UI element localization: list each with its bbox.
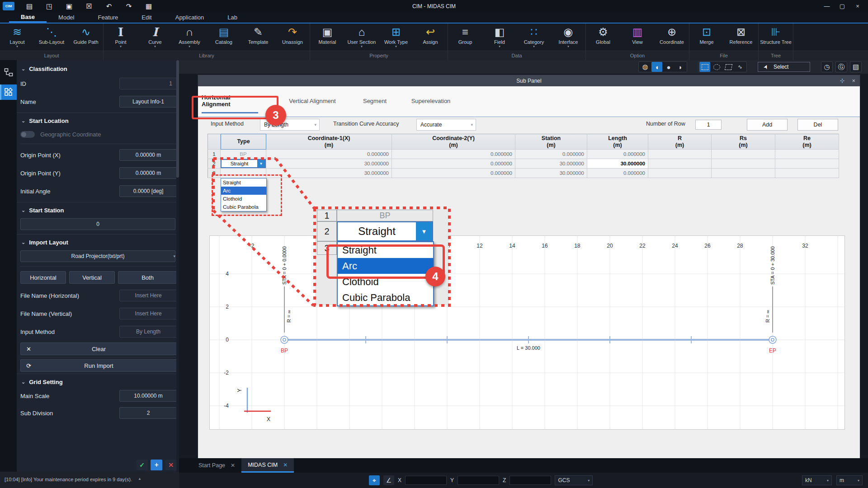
geographic-coordinate-toggle[interactable] [20,131,35,138]
select-polygon-icon[interactable] [723,62,734,72]
value-cell[interactable] [712,150,775,159]
tab-horizontal-alignment[interactable]: Horizontal Alignment [202,86,260,115]
coord-input-z[interactable] [509,476,551,485]
menu-model[interactable]: Model [47,12,86,23]
ribbon-item-reference[interactable]: ⊠Reference [724,23,758,51]
menu-application[interactable]: Application [164,12,216,23]
type-cell[interactable]: Straight▼ [221,159,266,169]
type-cell[interactable] [221,169,266,178]
value-cell[interactable] [648,159,712,169]
length-unit-select[interactable]: m▾ [836,475,863,485]
globe-auto-icon[interactable]: ◍ [640,62,651,72]
ribbon-item-assign[interactable]: ↩Assign [413,23,448,51]
origin-x-field[interactable]: 0.00000 m [119,149,177,161]
value-cell[interactable]: 0.000000 [392,159,515,169]
menu-lab[interactable]: Lab [216,12,249,23]
id-field[interactable]: 1 [119,78,177,89]
column-header-re[interactable]: Re(m) [775,134,839,150]
force-unit-select[interactable]: kN▾ [802,475,832,485]
ribbon-item-point[interactable]: IPoint▾ [104,23,138,51]
coord-input-y[interactable] [458,476,499,485]
main-scale-field[interactable]: 10.00000 m [119,390,177,402]
layout-panel-icon[interactable] [0,84,17,100]
doc-tab-midas-cim[interactable]: MIDAS CIM✕ [241,458,294,473]
doc-tab-start-page[interactable]: Start Page✕ [192,458,241,473]
value-cell[interactable]: 30.000000 [515,169,587,178]
type-combo-zoomed[interactable]: Straight▼ [337,221,433,241]
value-cell[interactable]: 0.000000 [266,150,392,159]
sub-division-field[interactable]: 2 [119,407,177,419]
open-folder-icon[interactable]: ◳ [44,2,54,10]
add-button[interactable]: ＋ [151,460,162,470]
vertical-button[interactable]: Vertical [69,271,115,284]
ribbon-item-coordinate[interactable]: ⊕Coordinate [655,23,689,51]
new-document-icon[interactable]: ▤ [24,2,34,10]
maximize-button[interactable]: ▢ [835,0,850,12]
shade-wire-icon[interactable]: ◗ [675,62,686,72]
type-cell[interactable]: BP [221,150,266,159]
start-station-field[interactable]: 0 [20,218,175,230]
select-circle-icon[interactable] [711,62,722,72]
input-method-select[interactable]: By Length [119,326,177,338]
value-cell[interactable] [712,169,775,178]
select-rect-icon[interactable] [699,62,710,72]
add-row-button[interactable]: Add [747,119,788,131]
ribbon-item-field[interactable]: ◧Field▾ [482,23,517,51]
type-combo[interactable]: Straight▼ [221,159,266,168]
snap-angle-icon[interactable]: ∠ [383,475,394,485]
select-freeform-icon[interactable]: ∿ [735,62,745,72]
column-header-type[interactable]: Type [221,134,266,150]
value-cell[interactable] [712,159,775,169]
value-cell[interactable]: 0.000000 [587,169,648,178]
section-classification[interactable]: ⌄Classification [17,63,179,75]
ribbon-item-merge[interactable]: ⊡Merge [689,23,724,51]
section-grid-setting[interactable]: ⌄Grid Setting [17,376,179,388]
ribbon-item-curve[interactable]: ICurve▾ [138,23,172,51]
column-header-coordinate-2(y)[interactable]: Coordinate-2(Y)(m) [392,134,515,150]
column-header-rs[interactable]: Rs(m) [712,134,775,150]
view-cube-icon[interactable]: ▧ [850,61,862,72]
tab-vertical-alignment[interactable]: Vertical Alignment [285,86,340,115]
row-number[interactable]: 2 [208,159,221,169]
shade-solid-icon[interactable]: ◖ [651,62,662,72]
dropdown-arrow-icon[interactable]: ▼ [257,160,265,167]
value-cell[interactable]: 0.000000 [392,169,515,178]
name-field[interactable]: Layout Info-1 [119,96,177,108]
number-of-row-field[interactable]: 1 [695,120,722,130]
file-name-horizontal-field[interactable]: Insert Here [119,290,177,301]
undo-icon[interactable]: ↶ [104,2,114,10]
clear-button[interactable]: ✕Clear [20,343,177,355]
apply-button[interactable]: ✓ [136,460,148,470]
del-row-button[interactable]: Del [797,119,838,131]
ribbon-item-material[interactable]: ▣Material [310,23,344,51]
value-cell[interactable] [775,150,839,159]
select-button[interactable]: ➤Select [758,62,810,72]
row-number[interactable]: 3 [208,169,221,178]
option-straight[interactable]: Straight [221,178,266,187]
close-button[interactable]: × [850,0,865,12]
value-cell[interactable]: 30.000000 [266,169,392,178]
menu-feature[interactable]: Feature [86,12,130,23]
ribbon-item-view[interactable]: ▥View [620,23,655,51]
column-header-length[interactable]: Length(m) [587,134,648,150]
dropdown-arrow-icon[interactable]: ▼ [416,222,432,240]
option-arc[interactable]: Arc [221,187,266,195]
ribbon-item-sub-layout[interactable]: ⋱Sub-Layout [34,23,69,51]
option-cubic-parabola[interactable]: Cubic Parabola [338,290,433,305]
ribbon-item-unassign[interactable]: ↷Unassign [275,23,310,51]
ribbon-item-user-section[interactable]: ⌂User Section▾ [344,23,379,51]
gcs-select[interactable]: GCS▾ [555,475,593,485]
snap-point-icon[interactable]: ⌖ [369,475,380,485]
value-cell[interactable] [775,159,839,169]
file-name-vertical-field[interactable]: Insert Here [119,308,177,319]
minimize-button[interactable]: — [819,0,835,12]
value-cell[interactable] [775,169,839,178]
value-cell[interactable]: 30.000000 [515,159,587,169]
ribbon-item-structure-tree[interactable]: ⊪Structure Tree [759,23,793,51]
horizontal-button[interactable]: Horizontal [20,271,66,284]
sub-panel-titlebar[interactable]: Sub Panel ⊹ × [198,75,860,86]
ribbon-item-category[interactable]: ∷Category▾ [517,23,551,51]
menu-base[interactable]: Base [9,12,47,23]
cancel-button[interactable]: ✕ [165,460,177,470]
run-import-button[interactable]: ⟳Run Import [20,359,177,372]
